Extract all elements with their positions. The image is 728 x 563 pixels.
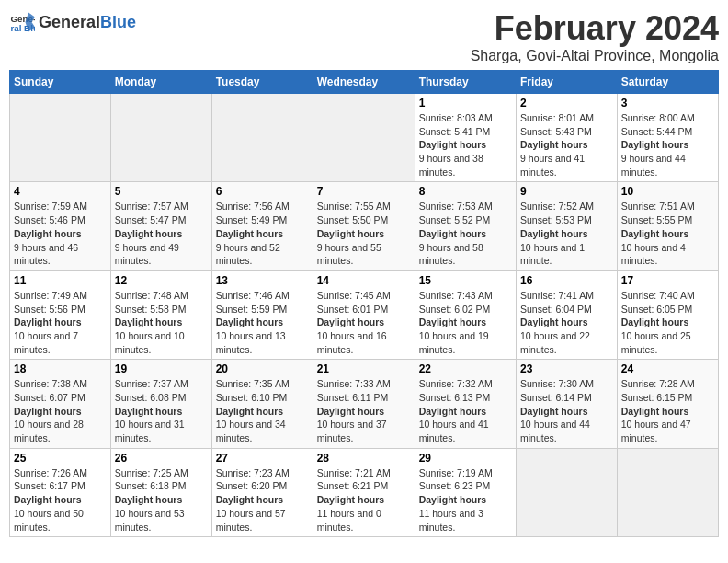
day-cell [517, 448, 618, 536]
day-info: Sunrise: 7:40 AMSunset: 6:05 PMDaylight … [621, 289, 714, 356]
day-number: 18 [14, 362, 107, 375]
logo-general: General [39, 13, 100, 31]
sunrise-label: Sunrise: 7:57 AM [115, 201, 188, 212]
day-info: Sunrise: 8:03 AMSunset: 5:41 PMDaylight … [419, 111, 512, 178]
daylight-label: Daylight hours [216, 494, 284, 505]
day-number: 15 [419, 274, 512, 287]
sunset-label: Sunset: 5:55 PM [621, 214, 693, 225]
sunset-label: Sunset: 6:08 PM [115, 392, 187, 403]
day-info: Sunrise: 7:37 AMSunset: 6:08 PMDaylight … [115, 377, 208, 444]
sunset-label: Sunset: 5:59 PM [216, 304, 288, 315]
sunset-label: Sunset: 5:46 PM [14, 214, 85, 225]
daylight-value: 10 hours and 16 minutes. [317, 330, 387, 355]
day-info: Sunrise: 7:56 AMSunset: 5:49 PMDaylight … [216, 200, 309, 267]
day-number: 7 [317, 185, 411, 198]
day-info: Sunrise: 7:53 AMSunset: 5:52 PMDaylight … [419, 200, 512, 267]
column-header-monday: Monday [110, 71, 211, 94]
day-cell: 28Sunrise: 7:21 AMSunset: 6:21 PMDayligh… [313, 448, 415, 536]
sunrise-label: Sunrise: 7:53 AM [419, 201, 493, 212]
daylight-label: Daylight hours [520, 139, 588, 150]
daylight-label: Daylight hours [14, 316, 82, 327]
daylight-value: 11 hours and 3 minutes. [419, 508, 483, 533]
day-number: 20 [216, 362, 309, 375]
day-cell: 15Sunrise: 7:43 AMSunset: 6:02 PMDayligh… [415, 270, 516, 359]
daylight-value: 10 hours and 47 minutes. [621, 419, 691, 443]
sunrise-label: Sunrise: 8:03 AM [419, 112, 493, 123]
sunrise-label: Sunrise: 7:59 AM [14, 201, 87, 212]
daylight-value: 10 hours and 10 minutes. [115, 330, 185, 355]
daylight-value: 11 hours and 0 minutes. [317, 508, 381, 533]
sunset-label: Sunset: 5:43 PM [520, 126, 592, 137]
sunset-label: Sunset: 6:20 PM [216, 480, 288, 491]
daylight-value: 10 hours and 57 minutes. [216, 508, 286, 533]
sunset-label: Sunset: 5:44 PM [621, 126, 693, 137]
daylight-value: 9 hours and 55 minutes. [317, 242, 381, 267]
sunrise-label: Sunrise: 7:38 AM [14, 378, 87, 389]
day-cell: 8Sunrise: 7:53 AMSunset: 5:52 PMDaylight… [415, 182, 516, 270]
day-number: 17 [621, 274, 714, 287]
day-number: 27 [216, 452, 309, 465]
daylight-label: Daylight hours [419, 139, 487, 150]
month-year: February 2024 [471, 9, 719, 48]
title-area: February 2024 Sharga, Govi-Altai Provinc… [471, 9, 719, 64]
daylight-label: Daylight hours [621, 228, 689, 239]
calendar-table: SundayMondayTuesdayWednesdayThursdayFrid… [9, 70, 719, 537]
day-cell: 6Sunrise: 7:56 AMSunset: 5:49 PMDaylight… [211, 182, 313, 270]
daylight-value: 10 hours and 1 minute. [520, 242, 585, 267]
daylight-label: Daylight hours [14, 494, 82, 505]
sunrise-label: Sunrise: 7:55 AM [317, 201, 391, 212]
header: Gene- ral Blue GeneralBlue February 2024… [9, 9, 719, 64]
sunrise-label: Sunrise: 7:35 AM [216, 378, 290, 389]
daylight-value: 9 hours and 49 minutes. [115, 242, 179, 267]
daylight-label: Daylight hours [317, 494, 385, 505]
sunrise-label: Sunrise: 7:46 AM [216, 290, 290, 301]
sunrise-label: Sunrise: 7:48 AM [115, 290, 188, 301]
daylight-value: 9 hours and 52 minutes. [216, 242, 280, 267]
daylight-value: 10 hours and 22 minutes. [520, 330, 590, 355]
sunrise-label: Sunrise: 7:43 AM [419, 290, 493, 301]
sunset-label: Sunset: 6:18 PM [115, 480, 187, 491]
day-number: 4 [14, 185, 107, 198]
daylight-label: Daylight hours [317, 316, 385, 327]
sunset-label: Sunset: 6:04 PM [520, 304, 592, 315]
day-info: Sunrise: 7:23 AMSunset: 6:20 PMDaylight … [216, 466, 309, 534]
daylight-label: Daylight hours [520, 228, 588, 239]
column-header-thursday: Thursday [415, 71, 516, 94]
daylight-label: Daylight hours [317, 406, 385, 417]
day-info: Sunrise: 7:52 AMSunset: 5:53 PMDaylight … [520, 200, 613, 267]
daylight-value: 10 hours and 19 minutes. [419, 330, 489, 355]
day-number: 9 [520, 185, 613, 198]
daylight-value: 9 hours and 41 minutes. [520, 153, 585, 178]
day-cell: 26Sunrise: 7:25 AMSunset: 6:18 PMDayligh… [110, 448, 211, 536]
daylight-label: Daylight hours [115, 406, 183, 417]
logo: Gene- ral Blue GeneralBlue [9, 9, 136, 35]
day-number: 25 [14, 452, 107, 465]
day-number: 3 [621, 97, 714, 109]
daylight-label: Daylight hours [419, 316, 487, 327]
sunrise-label: Sunrise: 7:33 AM [317, 378, 391, 389]
day-number: 11 [14, 274, 107, 287]
day-info: Sunrise: 7:21 AMSunset: 6:21 PMDaylight … [317, 466, 411, 534]
day-cell: 10Sunrise: 7:51 AMSunset: 5:55 PMDayligh… [617, 182, 718, 270]
daylight-label: Daylight hours [14, 228, 82, 239]
logo-text-block: GeneralBlue [39, 14, 136, 30]
day-number: 1 [419, 97, 512, 109]
day-cell: 5Sunrise: 7:57 AMSunset: 5:47 PMDaylight… [110, 182, 211, 270]
sunrise-label: Sunrise: 7:41 AM [520, 290, 594, 301]
daylight-label: Daylight hours [520, 406, 588, 417]
sunset-label: Sunset: 6:11 PM [317, 392, 389, 403]
week-row-1: 1Sunrise: 8:03 AMSunset: 5:41 PMDaylight… [10, 94, 719, 182]
daylight-label: Daylight hours [115, 228, 183, 239]
day-info: Sunrise: 7:35 AMSunset: 6:10 PMDaylight … [216, 377, 309, 444]
sunset-label: Sunset: 5:50 PM [317, 214, 389, 225]
day-cell [110, 94, 211, 182]
sunrise-label: Sunrise: 7:40 AM [621, 290, 695, 301]
day-info: Sunrise: 8:01 AMSunset: 5:43 PMDaylight … [520, 111, 613, 178]
day-info: Sunrise: 7:49 AMSunset: 5:56 PMDaylight … [14, 289, 107, 356]
daylight-value: 10 hours and 25 minutes. [621, 330, 691, 355]
sunset-label: Sunset: 5:41 PM [419, 126, 491, 137]
sunset-label: Sunset: 6:23 PM [419, 480, 491, 491]
sunset-label: Sunset: 6:07 PM [14, 392, 85, 403]
sunset-label: Sunset: 6:05 PM [621, 304, 693, 315]
daylight-label: Daylight hours [419, 494, 487, 505]
